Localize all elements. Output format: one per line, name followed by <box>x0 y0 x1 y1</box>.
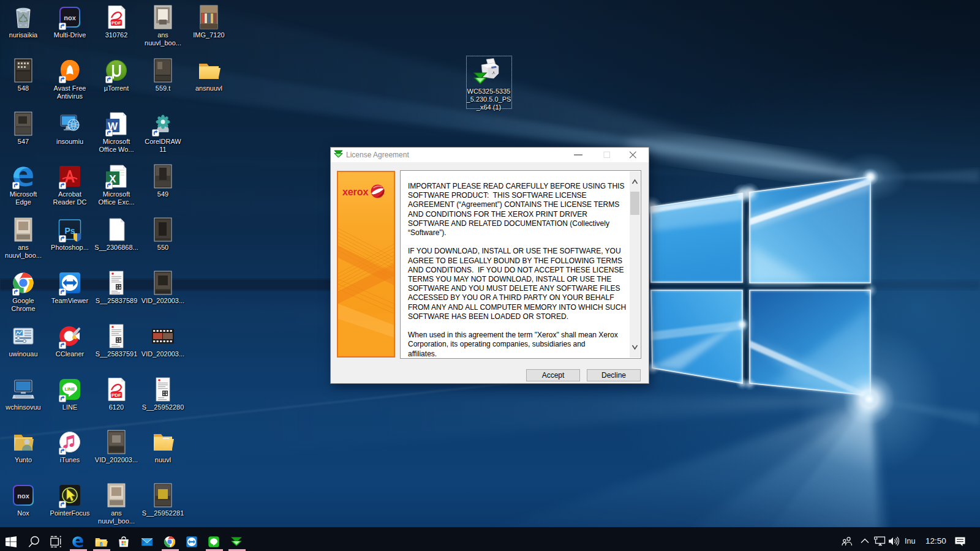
svg-text:xerox: xerox <box>342 186 368 197</box>
svg-text:Inu: Inu <box>905 537 915 545</box>
svg-text:12:50: 12:50 <box>925 536 946 545</box>
